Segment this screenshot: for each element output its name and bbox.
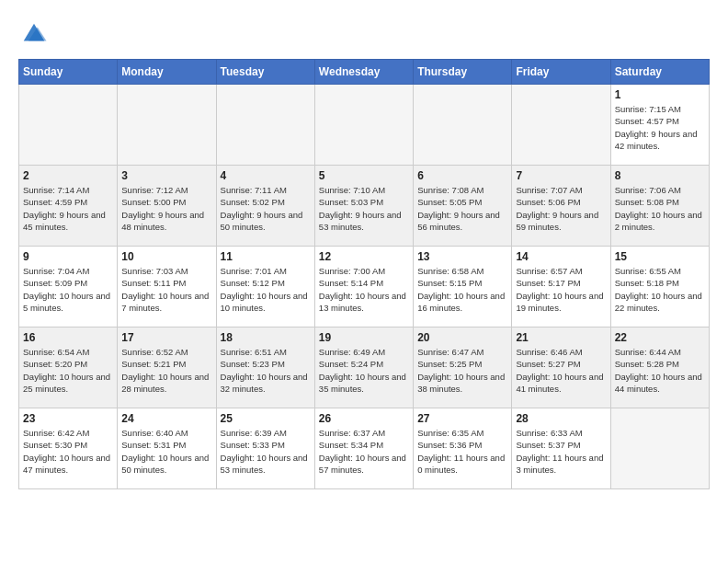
day-number: 26	[319, 412, 409, 425]
logo-icon	[20, 18, 48, 46]
calendar-cell: 12Sunrise: 7:00 AM Sunset: 5:14 PM Dayli…	[314, 247, 413, 327]
day-number: 19	[319, 331, 409, 344]
calendar-cell	[118, 85, 216, 166]
day-info: Sunrise: 6:37 AM Sunset: 5:34 PM Dayligh…	[319, 427, 409, 476]
day-number: 24	[121, 412, 211, 425]
day-number: 16	[23, 331, 113, 344]
day-number: 14	[516, 250, 606, 263]
day-info: Sunrise: 7:06 AM Sunset: 5:08 PM Dayligh…	[615, 184, 705, 233]
day-info: Sunrise: 7:07 AM Sunset: 5:06 PM Dayligh…	[516, 184, 606, 233]
calendar-week-row: 1Sunrise: 7:15 AM Sunset: 4:57 PM Daylig…	[19, 85, 710, 166]
day-number: 20	[417, 331, 507, 344]
calendar-cell	[610, 408, 709, 489]
calendar-cell: 1Sunrise: 7:15 AM Sunset: 4:57 PM Daylig…	[610, 85, 709, 166]
day-info: Sunrise: 6:47 AM Sunset: 5:25 PM Dayligh…	[417, 346, 507, 395]
calendar-day-header: Thursday	[414, 60, 512, 85]
calendar-cell: 4Sunrise: 7:11 AM Sunset: 5:02 PM Daylig…	[216, 166, 314, 247]
calendar-cell: 19Sunrise: 6:49 AM Sunset: 5:24 PM Dayli…	[314, 327, 413, 408]
calendar-cell: 16Sunrise: 6:54 AM Sunset: 5:20 PM Dayli…	[19, 327, 118, 408]
calendar-week-row: 16Sunrise: 6:54 AM Sunset: 5:20 PM Dayli…	[19, 327, 710, 408]
day-info: Sunrise: 7:10 AM Sunset: 5:03 PM Dayligh…	[319, 184, 409, 233]
calendar-cell: 18Sunrise: 6:51 AM Sunset: 5:23 PM Dayli…	[216, 327, 314, 408]
day-info: Sunrise: 7:03 AM Sunset: 5:11 PM Dayligh…	[121, 265, 211, 314]
day-info: Sunrise: 6:51 AM Sunset: 5:23 PM Dayligh…	[221, 346, 311, 395]
day-info: Sunrise: 7:14 AM Sunset: 4:59 PM Dayligh…	[23, 184, 113, 233]
calendar-header-row: SundayMondayTuesdayWednesdayThursdayFrid…	[19, 60, 710, 85]
day-number: 28	[516, 412, 606, 425]
day-info: Sunrise: 6:44 AM Sunset: 5:28 PM Dayligh…	[615, 346, 705, 395]
calendar-day-header: Wednesday	[314, 60, 413, 85]
calendar-cell: 13Sunrise: 6:58 AM Sunset: 5:15 PM Dayli…	[414, 247, 512, 327]
calendar-cell: 26Sunrise: 6:37 AM Sunset: 5:34 PM Dayli…	[314, 408, 413, 489]
day-number: 25	[221, 412, 311, 425]
calendar-cell: 20Sunrise: 6:47 AM Sunset: 5:25 PM Dayli…	[414, 327, 512, 408]
day-info: Sunrise: 7:15 AM Sunset: 4:57 PM Dayligh…	[615, 103, 705, 152]
calendar-cell: 17Sunrise: 6:52 AM Sunset: 5:21 PM Dayli…	[118, 327, 216, 408]
calendar-day-header: Saturday	[610, 60, 709, 85]
calendar-cell: 7Sunrise: 7:07 AM Sunset: 5:06 PM Daylig…	[512, 166, 610, 247]
calendar-cell: 2Sunrise: 7:14 AM Sunset: 4:59 PM Daylig…	[19, 166, 118, 247]
calendar-week-row: 2Sunrise: 7:14 AM Sunset: 4:59 PM Daylig…	[19, 166, 710, 247]
day-info: Sunrise: 7:01 AM Sunset: 5:12 PM Dayligh…	[221, 265, 311, 314]
day-number: 18	[221, 331, 311, 344]
calendar-cell	[414, 85, 512, 166]
day-number: 17	[121, 331, 211, 344]
calendar-day-header: Sunday	[19, 60, 118, 85]
day-info: Sunrise: 7:04 AM Sunset: 5:09 PM Dayligh…	[23, 265, 113, 314]
calendar-day-header: Tuesday	[216, 60, 314, 85]
day-number: 27	[417, 412, 507, 425]
calendar-cell: 21Sunrise: 6:46 AM Sunset: 5:27 PM Dayli…	[512, 327, 610, 408]
logo	[18, 18, 48, 50]
day-number: 10	[121, 250, 211, 263]
calendar-cell: 23Sunrise: 6:42 AM Sunset: 5:30 PM Dayli…	[19, 408, 118, 489]
calendar-cell	[19, 85, 118, 166]
calendar-cell: 27Sunrise: 6:35 AM Sunset: 5:36 PM Dayli…	[414, 408, 512, 489]
day-info: Sunrise: 6:33 AM Sunset: 5:37 PM Dayligh…	[516, 427, 606, 476]
day-number: 9	[23, 250, 113, 263]
day-number: 1	[615, 88, 705, 101]
calendar-cell	[512, 85, 610, 166]
calendar-cell: 3Sunrise: 7:12 AM Sunset: 5:00 PM Daylig…	[118, 166, 216, 247]
calendar-cell: 6Sunrise: 7:08 AM Sunset: 5:05 PM Daylig…	[414, 166, 512, 247]
calendar-cell: 25Sunrise: 6:39 AM Sunset: 5:33 PM Dayli…	[216, 408, 314, 489]
calendar-week-row: 9Sunrise: 7:04 AM Sunset: 5:09 PM Daylig…	[19, 247, 710, 327]
day-number: 7	[516, 169, 606, 182]
day-info: Sunrise: 6:55 AM Sunset: 5:18 PM Dayligh…	[615, 265, 705, 314]
day-number: 13	[417, 250, 507, 263]
day-number: 23	[23, 412, 113, 425]
day-info: Sunrise: 6:52 AM Sunset: 5:21 PM Dayligh…	[121, 346, 211, 395]
calendar-week-row: 23Sunrise: 6:42 AM Sunset: 5:30 PM Dayli…	[19, 408, 710, 489]
day-number: 3	[121, 169, 211, 182]
day-info: Sunrise: 7:12 AM Sunset: 5:00 PM Dayligh…	[121, 184, 211, 233]
calendar-cell: 8Sunrise: 7:06 AM Sunset: 5:08 PM Daylig…	[610, 166, 709, 247]
calendar-cell: 9Sunrise: 7:04 AM Sunset: 5:09 PM Daylig…	[19, 247, 118, 327]
day-number: 12	[319, 250, 409, 263]
day-info: Sunrise: 6:40 AM Sunset: 5:31 PM Dayligh…	[121, 427, 211, 476]
day-number: 2	[23, 169, 113, 182]
day-info: Sunrise: 6:46 AM Sunset: 5:27 PM Dayligh…	[516, 346, 606, 395]
calendar-cell: 14Sunrise: 6:57 AM Sunset: 5:17 PM Dayli…	[512, 247, 610, 327]
day-info: Sunrise: 6:54 AM Sunset: 5:20 PM Dayligh…	[23, 346, 113, 395]
day-number: 22	[615, 331, 705, 344]
day-number: 8	[615, 169, 705, 182]
day-info: Sunrise: 7:00 AM Sunset: 5:14 PM Dayligh…	[319, 265, 409, 314]
day-info: Sunrise: 6:42 AM Sunset: 5:30 PM Dayligh…	[23, 427, 113, 476]
day-info: Sunrise: 7:11 AM Sunset: 5:02 PM Dayligh…	[221, 184, 311, 233]
calendar-cell: 11Sunrise: 7:01 AM Sunset: 5:12 PM Dayli…	[216, 247, 314, 327]
page-header	[18, 18, 710, 50]
calendar-table: SundayMondayTuesdayWednesdayThursdayFrid…	[18, 59, 710, 489]
day-number: 5	[319, 169, 409, 182]
calendar-cell: 28Sunrise: 6:33 AM Sunset: 5:37 PM Dayli…	[512, 408, 610, 489]
calendar-cell: 5Sunrise: 7:10 AM Sunset: 5:03 PM Daylig…	[314, 166, 413, 247]
day-info: Sunrise: 6:35 AM Sunset: 5:36 PM Dayligh…	[417, 427, 507, 476]
day-number: 11	[221, 250, 311, 263]
calendar-cell: 22Sunrise: 6:44 AM Sunset: 5:28 PM Dayli…	[610, 327, 709, 408]
day-info: Sunrise: 6:49 AM Sunset: 5:24 PM Dayligh…	[319, 346, 409, 395]
day-info: Sunrise: 6:57 AM Sunset: 5:17 PM Dayligh…	[516, 265, 606, 314]
day-info: Sunrise: 6:58 AM Sunset: 5:15 PM Dayligh…	[417, 265, 507, 314]
calendar-cell: 15Sunrise: 6:55 AM Sunset: 5:18 PM Dayli…	[610, 247, 709, 327]
calendar-day-header: Friday	[512, 60, 610, 85]
calendar-day-header: Monday	[118, 60, 216, 85]
calendar-cell: 10Sunrise: 7:03 AM Sunset: 5:11 PM Dayli…	[118, 247, 216, 327]
day-number: 4	[221, 169, 311, 182]
